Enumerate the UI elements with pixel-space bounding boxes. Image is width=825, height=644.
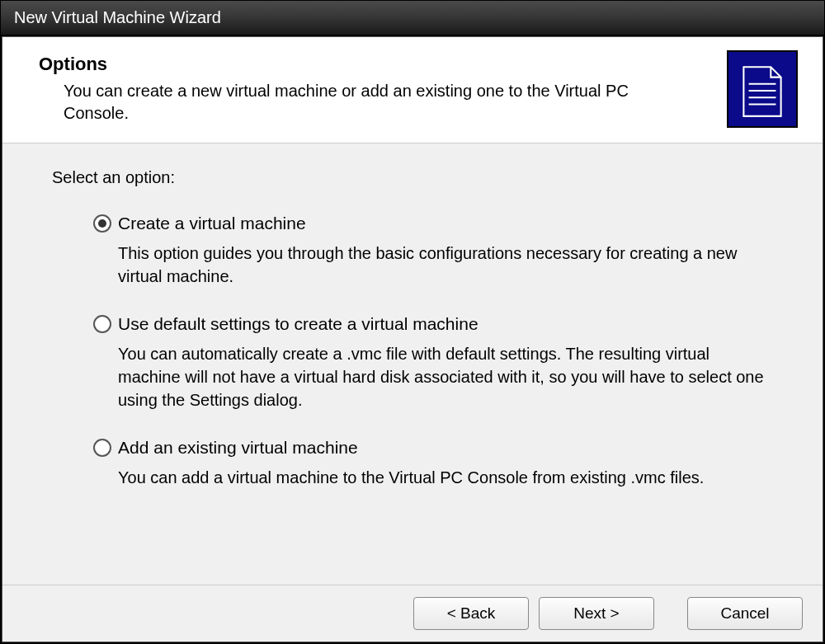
radio-create-vm[interactable] [93, 214, 111, 233]
option-description: This option guides you through the basic… [93, 242, 770, 288]
option-label[interactable]: Add an existing virtual machine [118, 438, 358, 458]
window-body: Options You can create a new virtual mac… [2, 36, 823, 642]
header-text: Options You can create a new virtual mac… [39, 54, 710, 125]
header-panel: Options You can create a new virtual mac… [2, 37, 823, 143]
button-bar: < Back Next > Cancel [2, 585, 823, 642]
page-subtitle: You can create a new virtual machine or … [39, 80, 649, 125]
content-panel: Select an option: Create a virtual machi… [2, 143, 823, 585]
page-title: Options [39, 54, 710, 75]
cancel-button[interactable]: Cancel [687, 597, 803, 630]
option-row[interactable]: Use default settings to create a virtual… [93, 314, 773, 334]
option-add-existing: Add an existing virtual machine You can … [93, 438, 773, 489]
prompt-label: Select an option: [52, 168, 773, 187]
back-button[interactable]: < Back [413, 597, 529, 630]
next-button[interactable]: Next > [539, 597, 654, 630]
option-label[interactable]: Use default settings to create a virtual… [118, 314, 478, 334]
radio-default-settings[interactable] [93, 315, 111, 333]
option-row[interactable]: Create a virtual machine [93, 214, 773, 233]
option-description: You can automatically create a .vmc file… [93, 342, 770, 411]
titlebar[interactable]: New Virtual Machine Wizard [1, 1, 824, 35]
window-title: New Virtual Machine Wizard [14, 8, 221, 27]
option-label[interactable]: Create a virtual machine [118, 214, 306, 233]
radio-add-existing[interactable] [93, 439, 111, 457]
option-default-settings: Use default settings to create a virtual… [93, 314, 773, 411]
wizard-window: New Virtual Machine Wizard Options You c… [0, 0, 825, 644]
server-icon [727, 50, 798, 128]
option-group: Create a virtual machine This option gui… [52, 214, 773, 489]
option-description: You can add a virtual machine to the Vir… [93, 466, 770, 489]
option-row[interactable]: Add an existing virtual machine [93, 438, 773, 458]
button-gap [664, 597, 677, 630]
option-create-vm: Create a virtual machine This option gui… [93, 214, 773, 288]
